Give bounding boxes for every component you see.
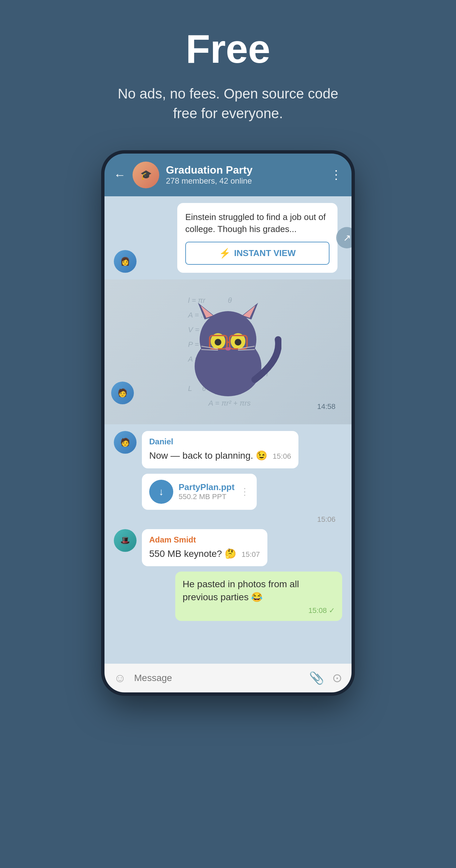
header-info: Graduation Party 278 members, 42 online: [166, 164, 324, 186]
file-info: PartyPlan.ppt 550.2 MB PPT: [179, 482, 235, 501]
adam-message-row: 🎩 Adam Smidt 550 MB keynote? 🤔 15:07: [114, 529, 342, 566]
article-sender-avatar: 👩: [114, 250, 136, 273]
adam-avatar: 🎩: [114, 529, 136, 552]
camera-icon[interactable]: ⊙: [332, 671, 342, 685]
svg-point-8: [215, 339, 221, 345]
message-row-daniel: 🧑 Daniel Now — back to planning. 😉 15:06: [114, 431, 342, 468]
share-button[interactable]: ↗: [336, 227, 352, 248]
phone-mockup: ← 🎓 Graduation Party 278 members, 42 onl…: [104, 154, 352, 692]
adam-sender-name: Adam Smidt: [149, 535, 260, 545]
attachment-icon[interactable]: 📎: [309, 671, 324, 685]
instant-view-button[interactable]: ⚡ INSTANT VIEW: [185, 242, 330, 265]
message-input[interactable]: [134, 673, 301, 683]
page-wrapper: Free No ads, no fees. Open source code f…: [0, 0, 456, 868]
daniel-sender-name: Daniel: [149, 437, 291, 446]
file-size: 550.2 MB PPT: [179, 492, 235, 501]
outgoing-message-bubble: He pasted in photos from all previous pa…: [175, 571, 342, 621]
instant-view-label: INSTANT VIEW: [234, 248, 296, 258]
sticker-area: 🧑 l = πr θ A = ... V = l² h P = 2πr A = …: [104, 279, 352, 424]
svg-point-1: [200, 311, 256, 368]
adam-message-bubble: Adam Smidt 550 MB keynote? 🤔 15:07: [142, 529, 267, 566]
chat-header: ← 🎓 Graduation Party 278 members, 42 onl…: [104, 154, 352, 196]
file-name: PartyPlan.ppt: [179, 482, 235, 492]
outgoing-message-row: He pasted in photos from all previous pa…: [114, 571, 342, 621]
download-icon[interactable]: ↓: [149, 480, 173, 504]
daniel-message-bubble: Daniel Now — back to planning. 😉 15:06: [142, 431, 298, 468]
cat-sticker: [175, 293, 281, 400]
emoji-icon[interactable]: ☺: [114, 671, 126, 685]
file-more-button[interactable]: ⋮: [240, 486, 249, 497]
hero-title: Free: [186, 27, 270, 71]
outgoing-message-text: He pasted in photos from all previous pa…: [183, 578, 335, 603]
article-bubble: Einstein struggled to find a job out of …: [177, 203, 337, 273]
back-button[interactable]: ←: [114, 168, 126, 182]
file-message-row: ↓ PartyPlan.ppt 550.2 MB PPT ⋮: [114, 474, 342, 510]
chat-body: 👩 Einstein struggled to find a job out o…: [104, 196, 352, 664]
hero-subtitle: No ads, no fees. Open source code free f…: [111, 84, 345, 124]
daniel-message-text: Now — back to planning. 😉 15:06: [149, 449, 291, 462]
checkmark-icon: ✓: [329, 606, 335, 615]
group-name: Graduation Party: [166, 164, 324, 176]
svg-point-13: [225, 347, 231, 350]
article-message-row: 👩 Einstein struggled to find a job out o…: [114, 203, 342, 273]
group-status: 278 members, 42 online: [166, 176, 324, 186]
daniel-avatar: 🧑: [114, 431, 136, 454]
sticker-time: 14:58: [114, 400, 342, 411]
file-time: 15:06: [114, 515, 342, 524]
outgoing-message-time: 15:08 ✓: [183, 606, 335, 615]
lightning-icon: ⚡: [219, 248, 231, 259]
svg-point-9: [235, 339, 241, 345]
file-bubble: ↓ PartyPlan.ppt 550.2 MB PPT ⋮: [142, 474, 257, 510]
header-menu-button[interactable]: ⋮: [330, 168, 342, 182]
cat-svg: [175, 293, 281, 400]
group-avatar: 🎓: [132, 162, 159, 188]
input-bar: ☺ 📎 ⊙: [104, 664, 352, 692]
adam-message-text: 550 MB keynote? 🤔 15:07: [149, 547, 260, 560]
article-preview-text: Einstein struggled to find a job out of …: [185, 211, 330, 235]
